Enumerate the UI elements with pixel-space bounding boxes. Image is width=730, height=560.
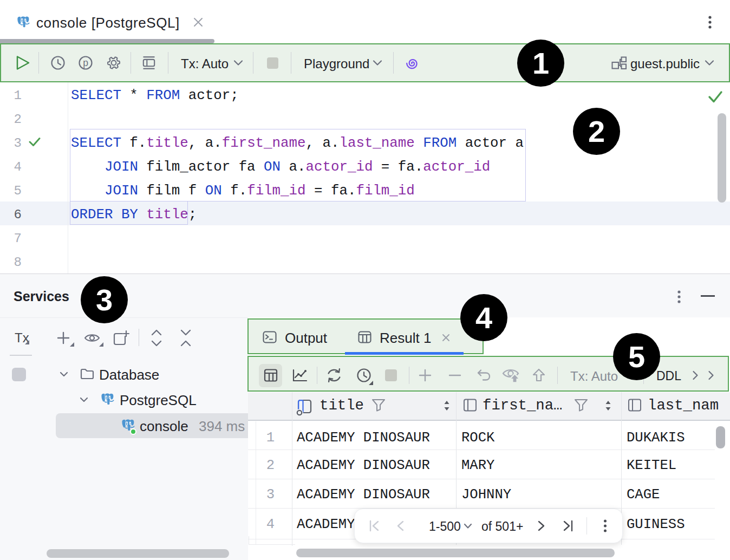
svg-text:p: p <box>83 57 88 68</box>
